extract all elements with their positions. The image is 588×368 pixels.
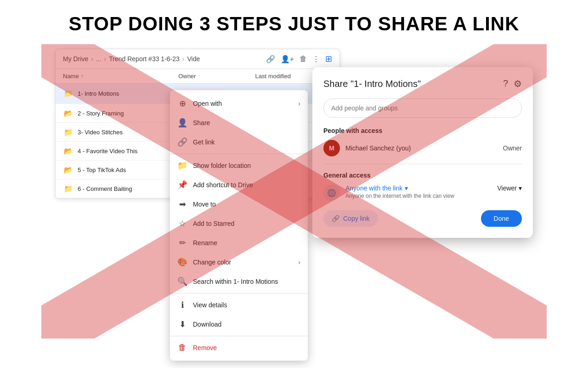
file-name-cell: 📂 4 - Favorite Video This — [63, 145, 178, 156]
context-menu: ⊕ Open with › 👤 Share 🔗 Get link 📁 Show … — [170, 90, 308, 361]
share-dialog: Share "1- Intro Motions" ? ⚙ People with… — [312, 67, 533, 238]
menu-label-add-shortcut: Add shortcut to Drive — [193, 181, 253, 189]
folder-shared-icon: 📂 — [63, 164, 74, 175]
menu-label-change-color: Change color — [193, 259, 231, 266]
folder-icon: 📁 — [63, 126, 74, 138]
menu-label-open-with: Open with — [193, 100, 222, 107]
sort-arrow-icon: ↑ — [81, 73, 84, 80]
content-area: My Drive › ... › Trend Report #33 1-6-23… — [41, 44, 547, 339]
download-icon: ⬇ — [177, 319, 187, 329]
people-name: Michael Sanchez (you) — [345, 144, 411, 152]
breadcrumb-sep-3: › — [182, 55, 185, 63]
menu-item-download[interactable]: ⬇ Download — [170, 315, 308, 334]
viewer-dropdown-icon: ▾ — [519, 184, 522, 192]
access-info: Anyone with the link ▾ Anyone on the int… — [345, 184, 492, 199]
menu-item-rename[interactable]: ✏ Rename — [170, 233, 308, 253]
menu-label-search-within: Search within 1- Intro Motions — [193, 278, 278, 285]
link-icon[interactable]: 🔗 — [266, 55, 275, 63]
breadcrumb-dots[interactable]: ... — [96, 55, 102, 63]
general-access-label: General access — [323, 172, 522, 179]
breadcrumb-bar: My Drive › ... › Trend Report #33 1-6-23… — [56, 49, 339, 69]
menu-label-move-to: Move to — [193, 201, 216, 208]
menu-label-remove: Remove — [193, 344, 217, 351]
menu-item-get-link[interactable]: 🔗 Get link — [170, 132, 308, 152]
menu-label-view-details: View details — [193, 301, 227, 309]
help-icon[interactable]: ? — [503, 78, 508, 89]
breadcrumb-sep-2: › — [104, 55, 107, 63]
menu-label-starred: Add to Starred — [193, 220, 234, 227]
menu-label-share: Share — [193, 119, 210, 126]
menu-item-open-with[interactable]: ⊕ Open with › — [170, 94, 308, 113]
trash-icon[interactable]: 🗑 — [300, 55, 307, 63]
menu-label-get-link: Get link — [193, 138, 215, 146]
dropdown-arrow-icon: ▾ — [405, 184, 408, 192]
color-palette-icon: 🎨 — [177, 257, 187, 267]
folder-location-icon: 📁 — [177, 161, 187, 171]
file-table-header: Name ↑ Owner Last modified — [56, 69, 339, 84]
menu-divider-3 — [170, 336, 308, 336]
get-link-icon: 🔗 — [177, 137, 187, 147]
submenu-arrow-color-icon: › — [298, 259, 300, 266]
menu-item-move-to[interactable]: ➡ Move to — [170, 195, 308, 214]
share-dialog-header: Share "1- Intro Motions" ? ⚙ — [323, 78, 522, 89]
move-icon: ➡ — [177, 199, 187, 209]
menu-item-starred[interactable]: ☆ Add to Starred — [170, 214, 308, 233]
link-icon-dialog: 🔗 — [332, 215, 339, 222]
menu-item-show-folder[interactable]: 📁 Show folder location — [170, 156, 308, 175]
add-person-icon[interactable]: 👤+ — [281, 55, 294, 63]
viewer-role-dropdown[interactable]: Viewer ▾ — [497, 184, 522, 192]
folder-shared-icon: 📂 — [63, 145, 74, 156]
share-footer: 🔗 Copy link Done — [323, 210, 522, 227]
menu-label-rename: Rename — [193, 239, 217, 247]
star-icon: ☆ — [177, 218, 187, 229]
section-divider — [323, 164, 522, 164]
done-button[interactable]: Done — [481, 210, 522, 227]
open-with-icon: ⊕ — [177, 98, 187, 109]
access-desc: Anyone on the internet with the link can… — [345, 193, 492, 199]
people-with-access-label: People with access — [323, 127, 522, 134]
file-name-cell: 📂 5 - Top TikTok Ads — [63, 164, 178, 175]
breadcrumb-icons: 🔗 👤+ 🗑 ⋮ ⊞ — [266, 54, 332, 64]
menu-divider — [170, 154, 308, 154]
submenu-arrow-icon: › — [298, 100, 300, 107]
headline: STOP DOING 3 STEPS JUST TO SHARE A LINK — [0, 0, 588, 44]
copy-link-button-dialog[interactable]: 🔗 Copy link — [323, 210, 378, 227]
share-title: Share "1- Intro Motions" — [323, 79, 421, 89]
access-row: 🌐 Anyone with the link ▾ Anyone on the i… — [323, 184, 522, 201]
share-header-icons: ? ⚙ — [503, 78, 522, 89]
menu-item-change-color[interactable]: 🎨 Change color › — [170, 253, 308, 272]
menu-item-add-shortcut[interactable]: 📌 Add shortcut to Drive — [170, 175, 308, 195]
breadcrumb-sep-1: › — [91, 55, 93, 63]
settings-icon[interactable]: ⚙ — [514, 78, 522, 89]
file-name-cell: 📁 1- Intro Motions — [63, 88, 178, 99]
avatar: M — [323, 140, 340, 156]
file-name-cell: 📂 2 - Story Framing — [63, 108, 178, 119]
more-options-icon[interactable]: ⋮ — [312, 55, 320, 63]
col-owner-header: Owner — [178, 73, 255, 80]
access-type[interactable]: Anyone with the link ▾ — [345, 184, 492, 192]
menu-item-share[interactable]: 👤 Share — [170, 113, 308, 132]
col-name-header: Name ↑ — [63, 73, 178, 80]
share-icon: 👤 — [177, 118, 187, 128]
breadcrumb-trend-report[interactable]: Trend Report #33 1-6-23 — [109, 55, 180, 63]
rename-icon: ✏ — [177, 238, 187, 248]
menu-item-view-details[interactable]: ℹ View details — [170, 295, 308, 315]
menu-item-search-within[interactable]: 🔍 Search within 1- Intro Motions — [170, 272, 308, 291]
globe-icon: 🌐 — [323, 184, 340, 201]
file-name-cell: 📁 3- Video Stitches — [63, 126, 178, 138]
breadcrumb-video[interactable]: Vide — [187, 55, 200, 63]
people-role: Owner — [503, 144, 522, 152]
grid-view-icon[interactable]: ⊞ — [325, 54, 332, 64]
folder-shared-icon: 📂 — [63, 108, 74, 119]
menu-divider-2 — [170, 293, 308, 293]
folder-icon: 📁 — [63, 88, 74, 99]
menu-label-show-folder: Show folder location — [193, 162, 251, 169]
add-people-input[interactable] — [323, 98, 522, 118]
breadcrumb-my-drive[interactable]: My Drive — [63, 55, 88, 63]
file-name-cell: 📁 6 - Comment Baiting — [63, 183, 178, 194]
people-row: M Michael Sanchez (you) Owner — [323, 140, 522, 156]
trash-icon: 🗑 — [177, 343, 187, 352]
menu-label-download: Download — [193, 321, 221, 328]
info-icon: ℹ — [177, 300, 187, 310]
menu-item-remove[interactable]: 🗑 Remove — [170, 338, 308, 357]
